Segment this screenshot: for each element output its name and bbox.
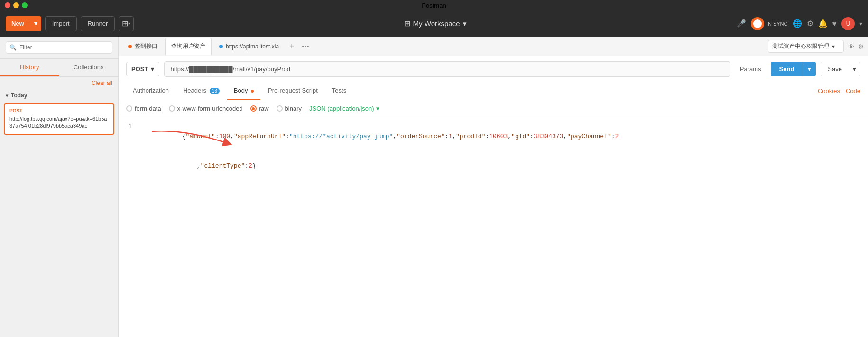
save-dropdown-button[interactable]: ▾	[849, 62, 860, 76]
json-val-gId: 38304373	[534, 133, 563, 140]
builder-button[interactable]: ⊞ ▾	[119, 16, 134, 31]
save-button[interactable]: Save	[821, 62, 849, 76]
filter-input[interactable]	[6, 41, 112, 54]
content-area: 1 {"amount":100,"appReturnUrl":"https://…	[119, 117, 868, 337]
top-right-area: 🎤 IN SYNC 🌐 ⚙ 🔔 ♥ U ▾	[737, 17, 862, 30]
urlencoded-radio[interactable]	[169, 105, 175, 112]
microphone-icon[interactable]: 🎤	[737, 19, 746, 28]
builder-icon: ⊞	[122, 19, 128, 28]
sidebar: 🔍 History Collections Clear all ▾ Today …	[0, 37, 119, 337]
minimize-button[interactable]	[13, 2, 19, 8]
tab-add-button[interactable]: +	[286, 41, 297, 51]
code-editor[interactable]: 1 {"amount":100,"appReturnUrl":"https://…	[119, 117, 868, 337]
tab-dot-orange	[128, 45, 132, 48]
avatar-arrow[interactable]: ▾	[859, 20, 862, 27]
env-selector[interactable]: 测试资产中心权限管理 ▾	[768, 40, 844, 53]
json-val-payChannel: 2	[615, 133, 619, 140]
auth-tab-label: Authorization	[133, 87, 169, 94]
request-tab-2[interactable]: 查询用户资产	[165, 38, 212, 55]
runner-button[interactable]: Runner	[81, 16, 115, 31]
sidebar-tab-history[interactable]: History	[0, 59, 59, 76]
cookies-link[interactable]: Cookies	[818, 87, 840, 94]
collapse-icon[interactable]: ▾	[6, 93, 8, 98]
eye-icon[interactable]: 👁	[848, 43, 854, 50]
binary-option[interactable]: binary	[277, 105, 302, 112]
code-line-2: ,"clientType":2}	[119, 151, 868, 181]
tests-tab-label: Tests	[332, 87, 346, 94]
line-content-2: ,"clientType":2}	[138, 151, 868, 181]
form-data-option[interactable]: form-data	[126, 105, 161, 112]
new-button[interactable]: New ▾	[6, 16, 41, 31]
request-tab-3[interactable]: https://apimalltest.xia	[213, 38, 285, 55]
raw-radio[interactable]	[250, 105, 257, 112]
workspace-label: My Workspace	[413, 19, 460, 28]
req-tab-prerequest[interactable]: Pre-request Script	[261, 82, 324, 100]
workspace-button[interactable]: ⊞ My Workspace ▾	[404, 19, 467, 28]
window-controls	[5, 2, 28, 8]
urlencoded-label: x-www-form-urlencoded	[177, 105, 243, 112]
headers-tab-label: Headers	[183, 87, 206, 94]
new-dropdown-arrow[interactable]: ▾	[30, 20, 41, 27]
form-data-radio[interactable]	[126, 105, 132, 112]
raw-label: raw	[259, 105, 269, 112]
maximize-button[interactable]	[22, 2, 28, 8]
request-subtabs: Authorization Headers 13 Body Pre-reques…	[119, 82, 868, 100]
title-bar: Postman	[0, 0, 868, 10]
code-line-1: 1 {"amount":100,"appReturnUrl":"https://…	[119, 122, 868, 151]
send-dropdown-button[interactable]: ▾	[803, 62, 816, 76]
send-button[interactable]: Send	[771, 62, 803, 76]
body-dot-indicator	[251, 90, 254, 93]
close-button[interactable]	[5, 2, 10, 8]
tab-dot-blue	[219, 45, 223, 48]
json-key-amount: "amount"	[185, 133, 215, 140]
request-tab-1[interactable]: 签到接口	[122, 38, 163, 55]
bell-icon[interactable]: 🔔	[818, 19, 828, 28]
clear-all-button[interactable]: Clear all	[0, 77, 118, 89]
env-label: 测试资产中心权限管理	[772, 42, 829, 50]
method-selector[interactable]: POST ▾	[126, 62, 159, 76]
code-link[interactable]: Code	[846, 87, 860, 94]
body-tab-label: Body	[234, 87, 248, 94]
raw-option[interactable]: raw	[250, 105, 269, 112]
save-button-group: Save ▾	[821, 62, 860, 76]
filter-bar: 🔍	[0, 37, 118, 59]
req-tab-headers[interactable]: Headers 13	[176, 82, 226, 100]
line-number-2	[119, 151, 138, 152]
urlencoded-option[interactable]: x-www-form-urlencoded	[169, 105, 243, 112]
json-key-appReturnUrl: "appReturnUrl"	[234, 133, 286, 140]
heart-icon[interactable]: ♥	[832, 19, 837, 28]
send-button-group: Send ▾	[771, 62, 816, 76]
req-tab-body[interactable]: Body	[227, 82, 260, 100]
builder-arrow[interactable]: ▾	[128, 21, 130, 26]
history-item[interactable]: POST http://log.tbs.qq.com/ajax?c=pu&tk=…	[4, 103, 114, 135]
json-key-payChannel: "payChannel"	[567, 133, 611, 140]
method-label: POST	[131, 66, 148, 73]
binary-radio[interactable]	[277, 105, 283, 112]
url-input[interactable]	[164, 61, 730, 77]
main-content: 签到接口 查询用户资产 https://apimalltest.xia + ••…	[119, 37, 868, 337]
params-button[interactable]: Params	[735, 63, 766, 75]
json-type-selector[interactable]: JSON (application/json) ▾	[309, 105, 379, 112]
import-button[interactable]: Import	[45, 16, 77, 31]
request-tabs-row: 签到接口 查询用户资产 https://apimalltest.xia + ••…	[119, 37, 868, 56]
req-tab-tests[interactable]: Tests	[325, 82, 353, 100]
sync-label: IN SYNC	[766, 21, 788, 27]
json-val-prodId: 10603	[489, 133, 508, 140]
globe-icon[interactable]: 🌐	[793, 19, 802, 28]
prerequest-tab-label: Pre-request Script	[268, 87, 318, 94]
bug-icon[interactable]: ⚙	[807, 19, 813, 28]
method-arrow-icon: ▾	[151, 66, 154, 73]
tab-more-button[interactable]: •••	[299, 43, 312, 50]
settings-icon[interactable]: ⚙	[858, 43, 864, 50]
sidebar-tab-collections[interactable]: Collections	[59, 59, 119, 76]
json-key-orderSource: "orderSource"	[397, 133, 444, 140]
json-key-gId: "gId"	[511, 133, 530, 140]
new-button-label[interactable]: New	[6, 20, 30, 27]
json-key-clientType: "clientType"	[201, 162, 245, 169]
req-tab-authorization[interactable]: Authorization	[126, 82, 175, 100]
body-options-bar: form-data x-www-form-urlencoded raw bina…	[119, 100, 868, 117]
window-title: Postman	[422, 2, 446, 9]
binary-label: binary	[285, 105, 302, 112]
workspace-area: ⊞ My Workspace ▾	[138, 19, 733, 28]
avatar[interactable]: U	[841, 17, 855, 30]
